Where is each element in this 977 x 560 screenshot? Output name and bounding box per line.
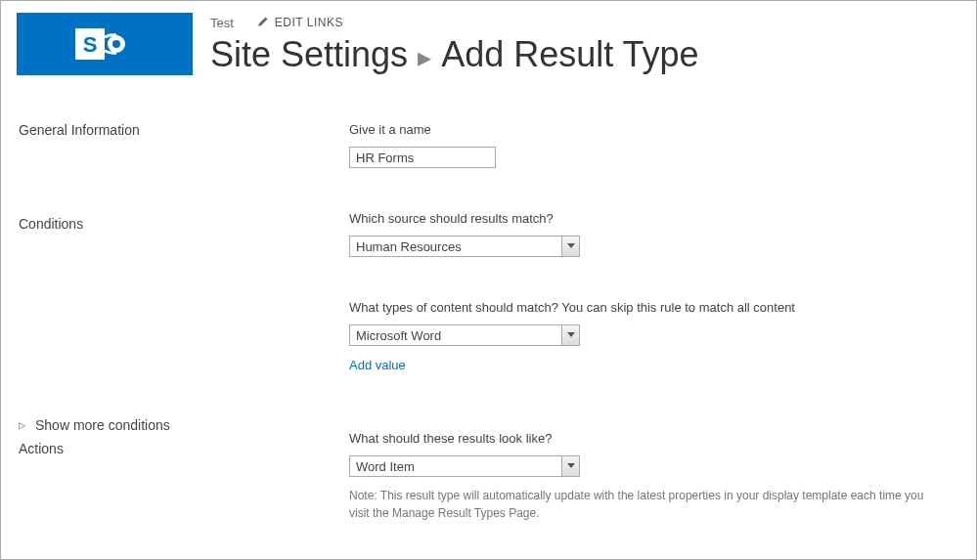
breadcrumb-current: Add Result Type: [441, 34, 699, 75]
source-dropdown-value: Human Resources: [350, 237, 561, 256]
content-type-dropdown-value: Microsoft Word: [350, 325, 561, 345]
section-actions: Actions: [19, 441, 330, 456]
edit-links-label: EDIT LINKS: [275, 16, 343, 29]
chevron-down-icon: [561, 325, 579, 345]
actions-note: Note: This result type will automaticall…: [349, 487, 929, 522]
show-more-label: Show more conditions: [35, 417, 170, 433]
section-conditions: Conditions: [19, 216, 330, 232]
content-type-dropdown[interactable]: Microsoft Word: [349, 324, 580, 346]
pencil-icon: [257, 16, 269, 30]
name-input[interactable]: [349, 147, 496, 168]
chevron-down-icon: [561, 456, 579, 476]
sharepoint-logo[interactable]: S: [17, 13, 193, 75]
edit-links-button[interactable]: EDIT LINKS: [257, 16, 343, 30]
add-value-link[interactable]: Add value: [349, 358, 406, 372]
content-type-label: What types of content should match? You …: [349, 300, 929, 315]
source-dropdown[interactable]: Human Resources: [349, 236, 580, 257]
display-template-dropdown[interactable]: Word Item: [349, 455, 580, 477]
site-name-link[interactable]: Test: [210, 16, 234, 30]
source-label: Which source should results match?: [349, 211, 929, 226]
svg-point-3: [112, 40, 120, 48]
breadcrumb: Site Settings ▸ Add Result Type: [210, 34, 699, 75]
name-label: Give it a name: [349, 122, 929, 137]
actions-label: What should these results look like?: [349, 431, 929, 446]
section-general-information: General Information: [19, 122, 330, 138]
breadcrumb-root[interactable]: Site Settings: [210, 34, 408, 75]
triangle-right-icon: ▷: [19, 420, 25, 430]
chevron-down-icon: [561, 237, 579, 256]
svg-text:S: S: [83, 32, 98, 57]
display-template-dropdown-value: Word Item: [350, 456, 561, 476]
show-more-conditions-toggle[interactable]: ▷ Show more conditions: [19, 417, 330, 433]
breadcrumb-separator-icon: ▸: [418, 41, 431, 73]
